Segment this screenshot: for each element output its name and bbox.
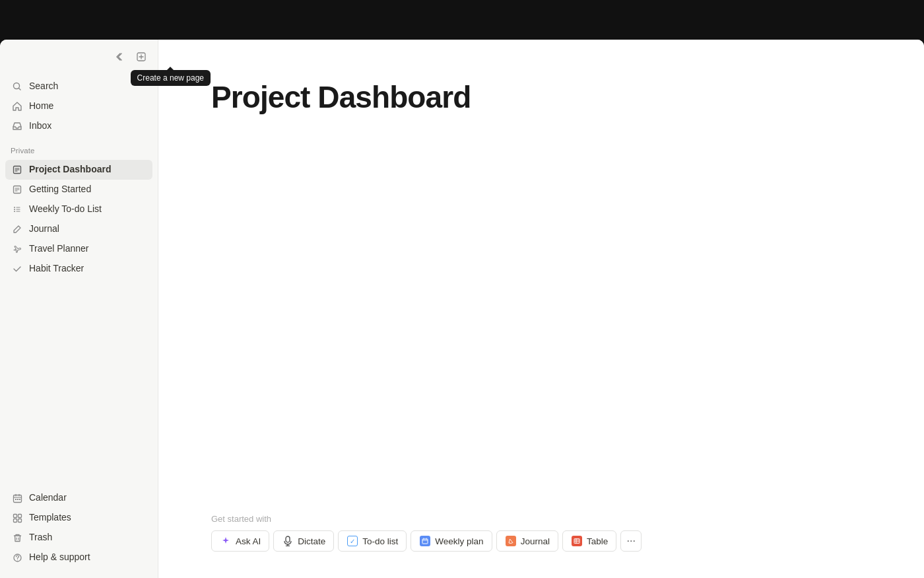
sidebar-item-weekly-todo[interactable]: Weekly To-do List	[5, 199, 152, 219]
sidebar-item-search[interactable]: Search	[5, 77, 152, 96]
search-icon	[11, 80, 24, 93]
svg-point-16	[16, 559, 17, 560]
check-icon	[11, 262, 24, 275]
sidebar-item-habit-tracker[interactable]: Habit Tracker	[5, 259, 152, 279]
svg-point-6	[14, 211, 15, 212]
svg-point-5	[14, 209, 15, 210]
get-started-area: Get started with Ask AI	[211, 488, 871, 552]
svg-rect-13	[13, 519, 16, 522]
sidebar-item-home[interactable]: Home	[5, 96, 152, 116]
habit-tracker-label: Habit Tracker	[29, 262, 84, 275]
todo-icon: ✓	[346, 535, 358, 547]
getting-started-label: Getting Started	[29, 183, 91, 196]
journal-button[interactable]: Journal	[496, 530, 558, 552]
page-icon	[11, 163, 24, 176]
search-label: Search	[29, 80, 58, 93]
topbar	[0, 0, 924, 40]
svg-rect-12	[18, 514, 21, 517]
ai-icon	[220, 535, 232, 547]
sidebar-bottom-nav: Calendar Templates	[0, 486, 158, 570]
sidebar-item-calendar[interactable]: Calendar	[5, 488, 152, 508]
weekly-plan-icon	[419, 535, 431, 547]
svg-rect-8	[15, 499, 16, 500]
svg-rect-11	[13, 514, 16, 517]
dictate-button[interactable]: Dictate	[273, 530, 334, 552]
todo-list-button[interactable]: ✓ To-do list	[338, 530, 407, 552]
sidebar-item-getting-started[interactable]: Getting Started	[5, 180, 152, 199]
trash-label: Trash	[29, 531, 52, 544]
svg-point-4	[14, 207, 15, 208]
home-icon	[11, 100, 24, 113]
templates-icon	[11, 511, 24, 524]
help-icon	[11, 551, 24, 564]
plane-icon	[11, 242, 24, 256]
ask-ai-label: Ask AI	[236, 536, 261, 546]
weekly-todo-label: Weekly To-do List	[29, 203, 102, 216]
svg-rect-19	[574, 539, 579, 544]
journal-label: Journal	[29, 223, 59, 236]
help-label: Help & support	[29, 551, 90, 564]
project-dashboard-label: Project Dashboard	[29, 163, 111, 176]
sidebar-item-travel-planner[interactable]: Travel Planner	[5, 239, 152, 259]
mic-icon	[282, 535, 294, 547]
weekly-plan-button[interactable]: Weekly plan	[411, 530, 492, 552]
svg-rect-9	[17, 499, 18, 500]
svg-rect-14	[18, 519, 21, 522]
sidebar-header: Create a new page	[0, 40, 158, 74]
new-page-icon-button[interactable]	[131, 47, 151, 67]
sidebar-item-trash[interactable]: Trash	[5, 528, 152, 548]
main-content: Project Dashboard Get started with Ask A…	[158, 40, 924, 578]
sidebar-item-journal[interactable]: Journal	[5, 219, 152, 239]
app-container: Create a new page Search Home	[0, 40, 924, 578]
private-section-label: Private	[0, 139, 158, 157]
more-icon: ···	[627, 535, 636, 547]
sidebar-item-help[interactable]: Help & support	[5, 548, 152, 567]
sidebar-item-project-dashboard[interactable]: Project Dashboard	[5, 160, 152, 180]
calendar-label: Calendar	[29, 491, 67, 505]
sidebar-pages-nav: Project Dashboard Getting Started	[0, 157, 158, 281]
trash-icon	[11, 531, 24, 544]
svg-rect-17	[286, 536, 290, 542]
get-started-label: Get started with	[211, 514, 871, 524]
journal-action-label: Journal	[521, 536, 550, 546]
svg-rect-10	[19, 499, 20, 500]
calendar-icon	[11, 491, 24, 505]
sidebar-item-templates[interactable]: Templates	[5, 508, 152, 528]
weekly-plan-label: Weekly plan	[435, 536, 483, 546]
sidebar-item-inbox[interactable]: Inbox	[5, 116, 152, 136]
dictate-label: Dictate	[298, 536, 325, 546]
more-actions-button[interactable]: ···	[620, 530, 642, 552]
list-icon	[11, 203, 24, 216]
main-body: Project Dashboard Get started with Ask A…	[158, 40, 924, 578]
templates-label: Templates	[29, 511, 71, 524]
page-icon-2	[11, 183, 24, 196]
todo-list-label: To-do list	[362, 536, 398, 546]
table-button[interactable]: Table	[562, 530, 616, 552]
ask-ai-button[interactable]: Ask AI	[211, 530, 269, 552]
journal-icon	[505, 535, 517, 547]
page-title: Project Dashboard	[211, 79, 471, 115]
sidebar: Create a new page Search Home	[0, 40, 158, 578]
table-label: Table	[587, 536, 608, 546]
svg-rect-18	[422, 539, 428, 544]
quick-actions: Ask AI Dictate	[211, 530, 871, 552]
inbox-label: Inbox	[29, 120, 51, 133]
collapse-sidebar-button[interactable]	[109, 47, 129, 67]
travel-planner-label: Travel Planner	[29, 242, 89, 256]
table-icon	[571, 535, 583, 547]
home-label: Home	[29, 100, 53, 113]
pencil-icon	[11, 223, 24, 236]
inbox-icon	[11, 120, 24, 133]
sidebar-nav-top: Search Home Inbox	[0, 74, 158, 139]
